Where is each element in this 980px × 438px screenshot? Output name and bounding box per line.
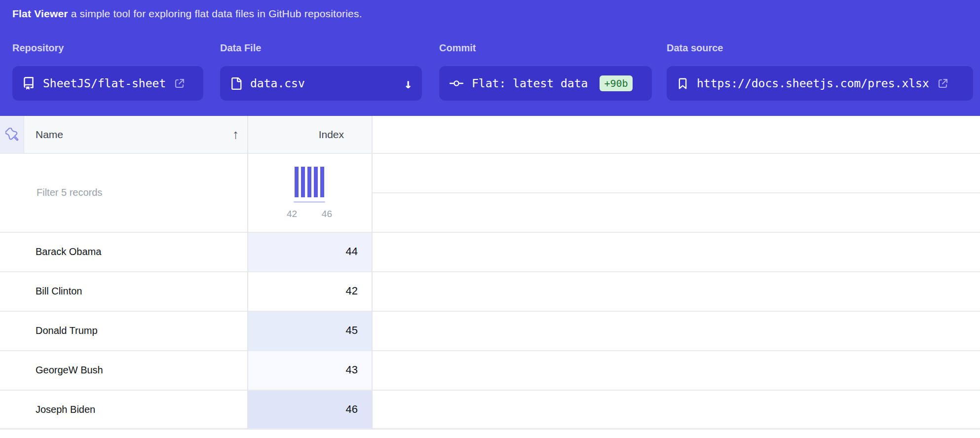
- index-cell: 46: [247, 390, 372, 429]
- histogram-bar: [307, 167, 311, 197]
- commit-field[interactable]: Flat: latest data +90b: [439, 66, 652, 101]
- table-row: GeorgeW Bush 43: [0, 350, 980, 390]
- grid-line: [0, 350, 980, 351]
- external-link-icon[interactable]: [174, 77, 186, 89]
- data-file-field[interactable]: data.csv ↓: [220, 66, 422, 101]
- name-cell: Joseph Biden: [0, 390, 247, 429]
- histogram-bar: [295, 167, 299, 197]
- flat-viewer-app: Flat Viewera simple tool for exploring f…: [0, 0, 980, 438]
- histogram-bar: [314, 167, 318, 197]
- pin-column-header[interactable]: [0, 116, 24, 153]
- index-cell: 42: [247, 271, 372, 311]
- table-row: Bill Clinton 42: [0, 271, 980, 311]
- histogram-min-label: 42: [287, 209, 297, 219]
- data-file-label: Data File: [220, 42, 261, 54]
- histogram-max-label: 46: [322, 209, 332, 219]
- external-link-icon[interactable]: [937, 77, 949, 89]
- data-source-label: Data source: [667, 42, 723, 54]
- data-file-value: data.csv: [250, 77, 305, 90]
- grid-line: [372, 192, 980, 193]
- column-divider: [372, 116, 373, 429]
- name-cell: Donald Trump: [0, 311, 247, 350]
- repository-field[interactable]: SheetJS/flat-sheet: [12, 66, 203, 101]
- file-icon: [230, 77, 242, 90]
- commit-message: Flat: latest data: [472, 77, 588, 90]
- histogram-bar: [301, 167, 305, 197]
- name-cell: Barack Obama: [0, 232, 247, 271]
- histogram-range-slider[interactable]: [294, 201, 325, 203]
- repository-value: SheetJS/flat-sheet: [43, 77, 166, 90]
- bookmark-icon: [677, 77, 689, 90]
- commit-label: Commit: [439, 42, 476, 54]
- table-row: Donald Trump 45: [0, 311, 980, 350]
- index-cell: 44: [247, 232, 372, 271]
- app-subtitle: a simple tool for exploring flat data fi…: [71, 8, 362, 19]
- repo-icon: [22, 77, 35, 90]
- name-cell: Bill Clinton: [0, 271, 247, 311]
- download-icon[interactable]: ↓: [404, 76, 412, 91]
- data-source-field[interactable]: https://docs.sheetjs.com/pres.xlsx: [667, 66, 973, 101]
- app-title: Flat Viewer: [12, 8, 68, 19]
- data-source-url: https://docs.sheetjs.com/pres.xlsx: [697, 77, 929, 90]
- histogram-bar: [320, 167, 324, 197]
- histogram-axis-labels: 42 46: [287, 209, 332, 219]
- app-banner: Flat Viewera simple tool for exploring f…: [0, 0, 980, 116]
- table-row: Joseph Biden 46: [0, 390, 980, 429]
- index-cell: 45: [247, 311, 372, 350]
- column-title-name: Name: [36, 129, 63, 141]
- pin-icon[interactable]: [5, 128, 19, 141]
- grid-line: [0, 271, 980, 272]
- filter-input[interactable]: [36, 186, 235, 199]
- grid-line: [0, 232, 980, 233]
- filter-cell: [0, 154, 247, 231]
- name-cell: GeorgeW Bush: [0, 350, 247, 390]
- index-histogram[interactable]: [295, 167, 324, 197]
- grid-line: [0, 311, 980, 312]
- repository-label: Repository: [12, 42, 64, 54]
- grid-line: [0, 390, 980, 391]
- sort-ascending-icon[interactable]: ↑: [232, 127, 239, 142]
- column-header-name[interactable]: Name ↑: [24, 116, 248, 153]
- table-bottom-border: [0, 428, 980, 430]
- index-cell: 43: [247, 350, 372, 390]
- app-title-line: Flat Viewera simple tool for exploring f…: [12, 8, 362, 20]
- column-header-index[interactable]: Index: [248, 116, 372, 153]
- pin-column-divider: [24, 116, 24, 153]
- git-commit-icon: [449, 77, 464, 89]
- commit-diff-badge: +90b: [600, 75, 632, 91]
- index-histogram-cell: 42 46: [247, 154, 372, 231]
- column-divider: [247, 116, 248, 429]
- table-row: Barack Obama 44: [0, 232, 980, 271]
- grid-line: [0, 153, 980, 154]
- column-title-index: Index: [319, 129, 344, 141]
